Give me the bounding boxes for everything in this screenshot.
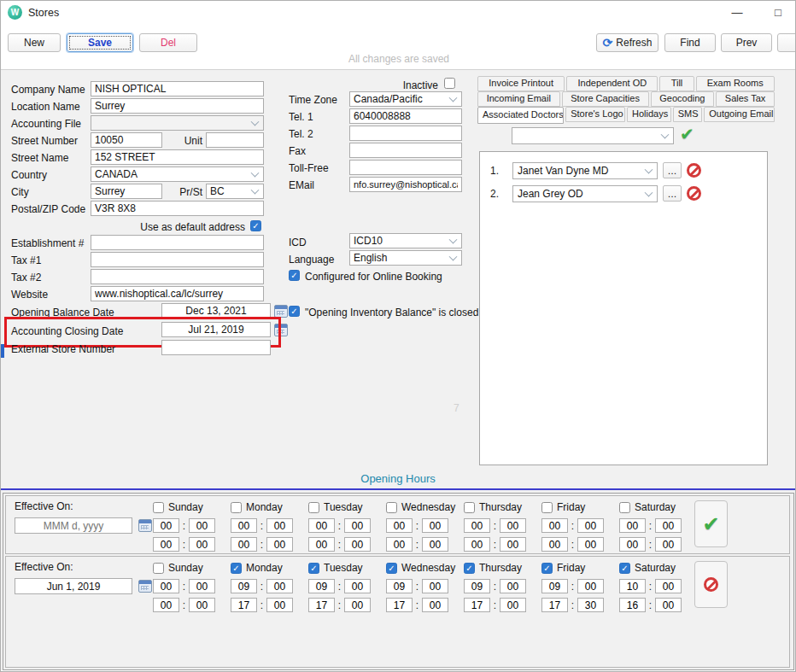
refresh-button[interactable]: ⟳ Refresh — [596, 33, 658, 52]
time-minute-input[interactable] — [500, 598, 526, 612]
accounting-closing-date-input[interactable] — [161, 322, 271, 337]
tax1-input[interactable] — [91, 252, 264, 267]
city-input[interactable] — [91, 184, 162, 199]
time-minute-input[interactable] — [189, 598, 215, 612]
day-checkbox-friday[interactable] — [541, 563, 553, 574]
company-name-input[interactable] — [91, 81, 264, 96]
language-select[interactable]: English — [349, 250, 462, 266]
time-hour-input[interactable] — [308, 537, 335, 552]
time-hour-input[interactable] — [464, 537, 490, 552]
time-hour-input[interactable] — [231, 518, 257, 533]
day-checkbox-tuesday[interactable] — [308, 563, 319, 574]
time-hour-input[interactable] — [231, 537, 257, 552]
icd-select[interactable]: ICD10 — [349, 233, 462, 248]
time-hour-input[interactable] — [386, 518, 413, 533]
location-name-input[interactable] — [91, 98, 264, 114]
time-hour-input[interactable] — [153, 518, 179, 533]
doctor-select[interactable]: Janet Van Dyne MD — [512, 162, 658, 179]
time-hour-input[interactable] — [541, 579, 568, 593]
time-hour-input[interactable] — [231, 598, 257, 612]
toll-free-input[interactable] — [349, 160, 462, 175]
time-hour-input[interactable] — [308, 579, 335, 593]
day-checkbox-sunday[interactable] — [153, 563, 164, 574]
tab-till[interactable]: Till — [659, 76, 694, 91]
default-address-checkbox[interactable] — [250, 220, 261, 231]
effective-date-input[interactable] — [15, 578, 132, 594]
tax2-input[interactable] — [91, 269, 264, 284]
tab-invoice-printout[interactable]: Invoice Printout — [477, 76, 565, 91]
website-input[interactable] — [91, 286, 264, 301]
time-minute-input[interactable] — [422, 518, 448, 533]
add-doctor-confirm-icon[interactable]: ✔ — [680, 124, 694, 144]
day-checkbox-monday[interactable] — [231, 563, 242, 574]
postal-code-input[interactable] — [91, 201, 264, 216]
day-checkbox-wednesday[interactable] — [386, 563, 397, 574]
time-minute-input[interactable] — [344, 598, 371, 612]
calendar-icon[interactable] — [274, 324, 288, 336]
day-checkbox-thursday[interactable] — [464, 563, 475, 574]
tab-incoming-email[interactable]: Incoming Email — [477, 91, 560, 107]
calendar-icon[interactable] — [138, 580, 152, 593]
time-minute-input[interactable] — [189, 579, 215, 593]
remove-doctor-icon[interactable] — [687, 186, 701, 201]
country-select[interactable]: CANADA — [91, 167, 264, 182]
time-hour-input[interactable] — [464, 598, 490, 612]
time-minute-input[interactable] — [655, 579, 682, 593]
prst-select[interactable]: BC — [206, 184, 264, 199]
tab-store-capacities[interactable]: Store Capacities — [562, 91, 649, 107]
time-hour-input[interactable] — [541, 518, 568, 533]
time-minute-input[interactable] — [500, 579, 526, 593]
time-hour-input[interactable] — [619, 598, 646, 612]
tab-sales-tax[interactable]: Sales Tax — [716, 91, 775, 107]
day-checkbox-saturday[interactable] — [619, 502, 630, 513]
tab-independent-od[interactable]: Independent OD — [566, 76, 658, 91]
tel2-input[interactable] — [349, 126, 462, 141]
time-minute-input[interactable] — [655, 598, 682, 612]
time-minute-input[interactable] — [344, 579, 371, 593]
tab-outgoing-email[interactable]: Outgoing Email — [704, 107, 775, 122]
time-minute-input[interactable] — [422, 579, 448, 593]
time-hour-input[interactable] — [619, 537, 646, 552]
doctor-details-button[interactable]: … — [663, 162, 682, 178]
time-minute-input[interactable] — [266, 518, 293, 533]
time-hour-input[interactable] — [386, 598, 413, 612]
block-hours-button[interactable] — [694, 561, 728, 608]
time-minute-input[interactable] — [577, 598, 604, 612]
save-button[interactable]: Save — [67, 33, 133, 52]
time-minute-input[interactable] — [500, 518, 526, 533]
tab-store-s-logo[interactable]: Store's Logo — [565, 107, 625, 122]
day-checkbox-tuesday[interactable] — [308, 502, 319, 513]
street-number-input[interactable] — [91, 132, 162, 148]
time-hour-input[interactable] — [231, 579, 257, 593]
time-zone-select[interactable]: Canada/Pacific — [349, 91, 462, 107]
tab-exam-rooms[interactable]: Exam Rooms — [696, 76, 775, 91]
confirm-hours-button[interactable]: ✔ — [694, 500, 728, 547]
time-hour-input[interactable] — [386, 579, 413, 593]
time-minute-input[interactable] — [189, 518, 215, 533]
accounting-file-select[interactable] — [91, 115, 264, 131]
remove-doctor-icon[interactable] — [687, 163, 701, 178]
email-input[interactable] — [349, 177, 462, 192]
tab-sms[interactable]: SMS — [673, 107, 702, 122]
day-checkbox-thursday[interactable] — [464, 502, 475, 513]
time-minute-input[interactable] — [577, 537, 604, 552]
time-hour-input[interactable] — [619, 518, 646, 533]
doctor-details-button[interactable]: … — [663, 185, 682, 202]
time-minute-input[interactable] — [655, 518, 682, 533]
inactive-checkbox[interactable] — [444, 78, 455, 89]
time-hour-input[interactable] — [386, 537, 413, 552]
find-button[interactable]: Find — [664, 33, 716, 52]
time-hour-input[interactable] — [541, 598, 568, 612]
inventory-closed-checkbox[interactable] — [289, 306, 300, 317]
time-minute-input[interactable] — [189, 537, 215, 552]
time-minute-input[interactable] — [266, 598, 293, 612]
new-button[interactable]: New — [8, 33, 61, 52]
day-checkbox-friday[interactable] — [541, 502, 553, 513]
opening-balance-date-input[interactable] — [161, 303, 271, 318]
time-hour-input[interactable] — [464, 518, 490, 533]
prev-button[interactable]: Prev — [721, 33, 772, 52]
tab-geocoding[interactable]: Geocoding — [651, 91, 715, 107]
time-minute-input[interactable] — [655, 537, 682, 552]
establishment-input[interactable] — [91, 235, 264, 250]
time-minute-input[interactable] — [266, 579, 293, 593]
